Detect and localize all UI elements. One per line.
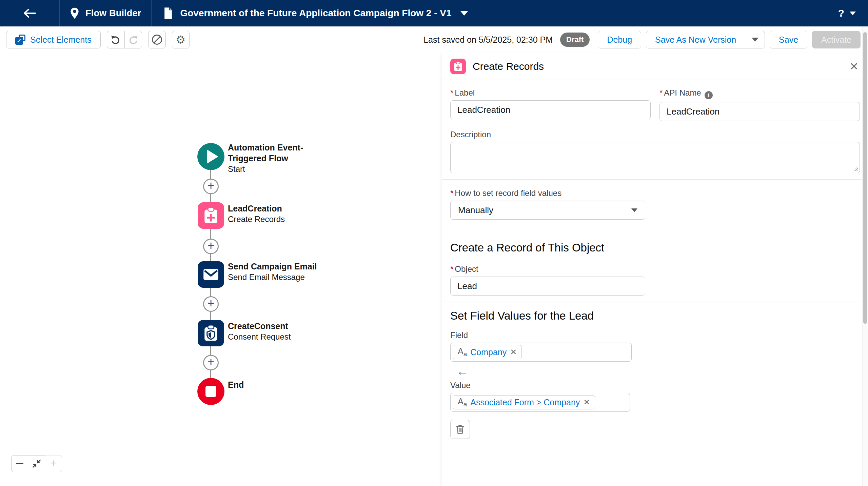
- divider: [442, 302, 868, 302]
- minus-icon: [16, 463, 23, 464]
- remove-pill-icon[interactable]: ✕: [510, 348, 517, 356]
- last-saved-text: Last saved on 5/5/2025, 02:30 PM: [423, 35, 553, 45]
- panel-header: Create Records ✕: [442, 53, 868, 80]
- select-elements-label: Select Elements: [30, 35, 92, 45]
- add-element-button[interactable]: +: [203, 355, 219, 370]
- flow-canvas[interactable]: Automation Event-Triggered Flow Start + …: [0, 53, 442, 486]
- undo-icon: [110, 34, 121, 45]
- debug-button[interactable]: Debug: [598, 31, 641, 48]
- help-chevron-down-icon[interactable]: [850, 12, 856, 15]
- save-button[interactable]: Save: [770, 31, 807, 48]
- object-section-heading: Create a Record of This Object: [450, 241, 860, 254]
- info-icon[interactable]: i: [705, 91, 713, 99]
- fit-view-button[interactable]: [28, 455, 45, 472]
- zoom-controls: +: [11, 455, 62, 472]
- app-header: Flow Builder Government of the Future Ap…: [0, 0, 868, 26]
- zoom-out-button[interactable]: [11, 455, 28, 472]
- scrollbar-thumb[interactable]: [863, 32, 867, 324]
- description-label: Description: [450, 130, 860, 139]
- field-input[interactable]: AaCompany✕: [450, 343, 632, 362]
- add-element-button[interactable]: +: [203, 296, 219, 312]
- back-button[interactable]: [0, 0, 60, 26]
- trash-icon: [456, 425, 465, 434]
- location-pin-icon: [70, 7, 79, 19]
- label-field-label: *Label: [450, 88, 651, 98]
- arrow-left-icon: [23, 8, 37, 19]
- field-value-row: Field AaCompany✕: [450, 330, 860, 362]
- add-element-button[interactable]: +: [203, 239, 219, 254]
- label-input[interactable]: LeadCreation: [450, 100, 651, 119]
- createconsent-node[interactable]: [198, 320, 224, 346]
- how-to-set-combobox[interactable]: Manually: [450, 201, 645, 220]
- api-name-field-label: *API Namei: [659, 88, 860, 99]
- play-icon: [207, 149, 218, 164]
- clipboard-shield-icon: [203, 325, 218, 342]
- end-node-label: End: [228, 379, 347, 390]
- resize-handle-icon[interactable]: [853, 166, 858, 171]
- createconsent-node-label: CreateConsent Consent Request: [228, 321, 347, 342]
- value-label: Value: [450, 381, 630, 390]
- undo-button[interactable]: [107, 31, 124, 48]
- save-options-dropdown-button[interactable]: [745, 31, 765, 48]
- text-type-icon: Aa: [458, 347, 467, 357]
- send-campaign-email-node[interactable]: [198, 261, 224, 288]
- chevron-down-icon: [460, 11, 468, 16]
- close-icon[interactable]: ✕: [849, 61, 859, 72]
- start-node-label: Automation Event-Triggered Flow Start: [228, 142, 347, 174]
- create-records-panel: Create Records ✕ *Label LeadCreation *AP…: [442, 53, 868, 486]
- add-element-button[interactable]: +: [203, 179, 219, 194]
- text-type-icon: Aa: [458, 397, 467, 407]
- gear-icon: ⚙: [176, 34, 185, 45]
- chevron-down-icon: [631, 208, 637, 212]
- value-pill: AaAssociated Form > Company✕: [453, 395, 595, 409]
- activate-button: Activate: [812, 31, 861, 48]
- remove-pill-icon[interactable]: ✕: [583, 398, 590, 406]
- multi-select-check-icon: ✓: [15, 35, 25, 45]
- select-elements-button[interactable]: ✓ Select Elements: [6, 31, 101, 48]
- field-values-section-heading: Set Field Values for the Lead: [450, 309, 860, 322]
- panel-scrollbar[interactable]: [862, 27, 868, 486]
- disable-button[interactable]: [148, 31, 166, 48]
- redo-button[interactable]: [124, 31, 142, 48]
- object-input[interactable]: Lead: [450, 277, 645, 296]
- api-name-input[interactable]: LeadCreation: [659, 102, 860, 121]
- how-to-set-value: Manually: [458, 205, 493, 216]
- save-as-new-version-button[interactable]: Save As New Version: [646, 31, 745, 48]
- app-context: Flow Builder: [60, 0, 152, 26]
- delete-row-button[interactable]: [450, 420, 470, 439]
- chevron-down-icon: [752, 38, 758, 42]
- leadcreation-node[interactable]: [198, 202, 224, 229]
- divider: [442, 179, 868, 180]
- send-campaign-email-node-label: Send Campaign Email Send Email Message: [228, 261, 347, 282]
- end-node[interactable]: [197, 378, 224, 405]
- app-label: Flow Builder: [85, 8, 141, 19]
- flow-title: Government of the Future Application Cam…: [180, 8, 451, 19]
- clipboard-plus-icon: [203, 207, 218, 224]
- value-input[interactable]: AaAssociated Form > Company✕: [450, 393, 630, 412]
- zoom-in-button[interactable]: +: [45, 455, 62, 472]
- slash-circle-icon: [152, 35, 162, 45]
- status-badge: Draft: [560, 33, 590, 47]
- collapse-arrows-icon: [32, 459, 41, 468]
- settings-button[interactable]: ⚙: [172, 31, 190, 48]
- object-label: *Object: [450, 264, 860, 274]
- redo-icon: [128, 34, 139, 45]
- stop-icon: [205, 386, 216, 397]
- field-pill: AaCompany✕: [453, 345, 522, 359]
- leadcreation-node-label: LeadCreation Create Records: [228, 203, 347, 224]
- panel-title: Create Records: [473, 61, 544, 72]
- help-menu[interactable]: ?: [838, 7, 844, 19]
- field-label: Field: [450, 330, 632, 340]
- toolbar: ✓ Select Elements ⚙ L: [0, 26, 868, 53]
- arrow-left-icon: ←: [450, 362, 475, 381]
- flow-title-menu[interactable]: Government of the Future Application Cam…: [152, 0, 479, 26]
- create-records-icon: [450, 59, 466, 74]
- plus-icon: +: [50, 457, 57, 469]
- document-icon: [163, 7, 173, 19]
- description-textarea[interactable]: [450, 142, 860, 173]
- how-to-set-label: *How to set record field values: [450, 188, 860, 198]
- start-node[interactable]: [197, 143, 224, 170]
- envelope-icon: [203, 268, 219, 281]
